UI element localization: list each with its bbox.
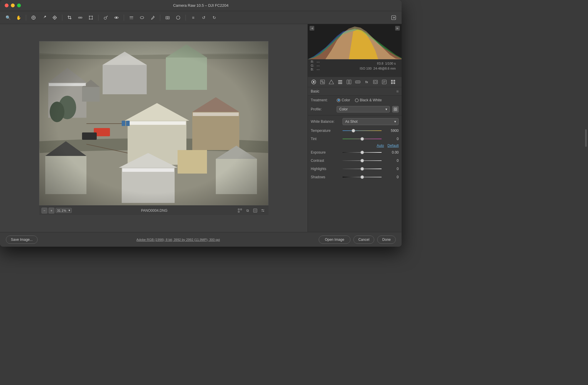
- adjustment-brush-icon: [150, 15, 155, 20]
- svg-point-17: [116, 17, 117, 18]
- minimize-button[interactable]: [11, 4, 15, 7]
- presets-panel-icon: [390, 79, 396, 85]
- highlights-thumb[interactable]: [360, 167, 364, 171]
- cancel-button[interactable]: Cancel: [353, 236, 374, 244]
- spot-removal-tool[interactable]: [101, 13, 110, 22]
- profile-browse-button[interactable]: [392, 106, 399, 112]
- svg-rect-98: [396, 108, 397, 109]
- bottom-bar: Save Image... Adobe RGB (1998); 8 bit; 3…: [0, 232, 402, 247]
- exposure-thumb[interactable]: [360, 151, 364, 154]
- tab-split-tone[interactable]: [345, 78, 353, 86]
- view-controls: ⧉: [237, 207, 266, 214]
- graduated-filter-tool[interactable]: [127, 13, 136, 22]
- tint-thumb[interactable]: [360, 137, 364, 141]
- tint-slider[interactable]: [343, 136, 382, 142]
- contrast-thumb[interactable]: [360, 159, 364, 162]
- targeted-adj-tool[interactable]: [50, 13, 59, 22]
- tab-presets-panel[interactable]: [389, 78, 397, 86]
- adjustment-brush-tool[interactable]: [148, 13, 157, 22]
- rotate-ccw-tool[interactable]: ↺: [199, 13, 208, 22]
- hand-tool[interactable]: ✋: [14, 13, 23, 22]
- temperature-value: 5900: [384, 129, 399, 133]
- svg-rect-100: [396, 110, 397, 111]
- wb-select[interactable]: As Shot ▾: [343, 118, 399, 125]
- browse-icon: [394, 107, 397, 111]
- compare-button[interactable]: ⧉: [244, 207, 251, 214]
- file-info-link[interactable]: Adobe RGB (1998); 8 bit; 3992 by 2992 (1…: [136, 238, 220, 241]
- open-image-button[interactable]: Open Image: [319, 236, 350, 244]
- panel-body: Treatment: Color Black & White Profile:: [308, 96, 402, 232]
- ellipse-tool[interactable]: [174, 13, 183, 22]
- radial-filter-tool[interactable]: [138, 13, 146, 22]
- split-tone-icon: [346, 79, 352, 85]
- zoom-select[interactable]: 31.1% ▾: [56, 208, 72, 213]
- highlight-clipping-button[interactable]: ▶: [395, 26, 400, 31]
- tab-lens[interactable]: [354, 78, 362, 86]
- image-container: [39, 41, 268, 206]
- svg-point-70: [263, 211, 264, 211]
- snapshot-icon: [165, 15, 170, 20]
- profile-select[interactable]: Color ▾: [337, 106, 390, 112]
- tab-effects[interactable]: fx: [363, 78, 371, 86]
- bw-radio[interactable]: Black & White: [355, 98, 382, 102]
- close-button[interactable]: [5, 4, 9, 7]
- highlights-label: Highlights: [311, 167, 340, 171]
- red-eye-tool[interactable]: [112, 13, 121, 22]
- rotate-cw-tool[interactable]: ↻: [210, 13, 219, 22]
- auto-button[interactable]: Auto: [377, 144, 384, 148]
- shadows-thumb[interactable]: [360, 175, 364, 179]
- toolbar-sep-2: [62, 15, 62, 21]
- tab-tone-curve[interactable]: [318, 78, 327, 86]
- shadow-clipping-button[interactable]: ◀: [310, 26, 314, 31]
- snapshot-tool[interactable]: [163, 13, 172, 22]
- tab-camera-cal[interactable]: [371, 78, 380, 86]
- done-button[interactable]: Done: [377, 236, 396, 244]
- save-image-button[interactable]: Save Image...: [6, 236, 38, 244]
- svg-rect-95: [391, 82, 393, 84]
- tab-basic[interactable]: [310, 78, 318, 86]
- bw-radio-label: Black & White: [360, 98, 382, 102]
- straighten-tool[interactable]: [76, 13, 85, 22]
- tab-hsl[interactable]: [336, 78, 344, 86]
- svg-rect-76: [323, 82, 324, 83]
- transform-tool[interactable]: [86, 13, 95, 22]
- tab-detail[interactable]: [327, 78, 335, 86]
- exposure-slider[interactable]: [343, 150, 382, 155]
- zoom-increase-button[interactable]: +: [49, 208, 54, 213]
- maximize-button[interactable]: [17, 4, 21, 7]
- treatment-radio-group: Color Black & White: [337, 98, 382, 102]
- profile-row: Profile: Color ▾: [308, 105, 402, 114]
- zoom-chevron-icon: ▾: [69, 209, 70, 212]
- svg-rect-93: [391, 80, 393, 82]
- fit-view-button[interactable]: [237, 207, 243, 214]
- color-sampler-tool[interactable]: [40, 13, 49, 22]
- tab-snapshots[interactable]: [380, 78, 388, 86]
- default-button[interactable]: Default: [387, 144, 399, 148]
- temperature-slider[interactable]: [343, 128, 382, 133]
- zoom-tool[interactable]: 🔍: [4, 13, 12, 22]
- presets-tool[interactable]: ≡: [189, 13, 198, 22]
- tint-value: 0: [384, 137, 399, 141]
- profile-chevron-icon: ▾: [385, 107, 387, 111]
- color-radio[interactable]: Color: [337, 98, 350, 102]
- highlights-slider[interactable]: [343, 166, 382, 172]
- panel-menu-icon[interactable]: ≡: [396, 89, 399, 94]
- b-label: B:: [311, 68, 314, 71]
- contrast-slider[interactable]: [343, 158, 382, 163]
- treatment-label: Treatment:: [311, 98, 334, 102]
- svg-point-73: [313, 81, 315, 83]
- zoom-decrease-button[interactable]: −: [41, 208, 47, 213]
- transform-icon: [88, 15, 93, 20]
- settings-sliders-button[interactable]: [260, 207, 266, 214]
- export-tool[interactable]: [389, 13, 398, 22]
- profile-icons: [392, 106, 399, 112]
- wb-label: White Balance:: [311, 120, 340, 124]
- svg-point-13: [89, 19, 90, 19]
- temperature-thumb[interactable]: [352, 129, 355, 132]
- white-balance-tool[interactable]: [29, 13, 38, 22]
- image-area: − + 31.1% ▾ PANO0004.DNG ⧉: [0, 24, 308, 232]
- filmstrip-button[interactable]: [252, 207, 258, 214]
- crop-tool[interactable]: [65, 13, 74, 22]
- svg-rect-82: [349, 80, 351, 84]
- shadows-slider[interactable]: [343, 174, 382, 180]
